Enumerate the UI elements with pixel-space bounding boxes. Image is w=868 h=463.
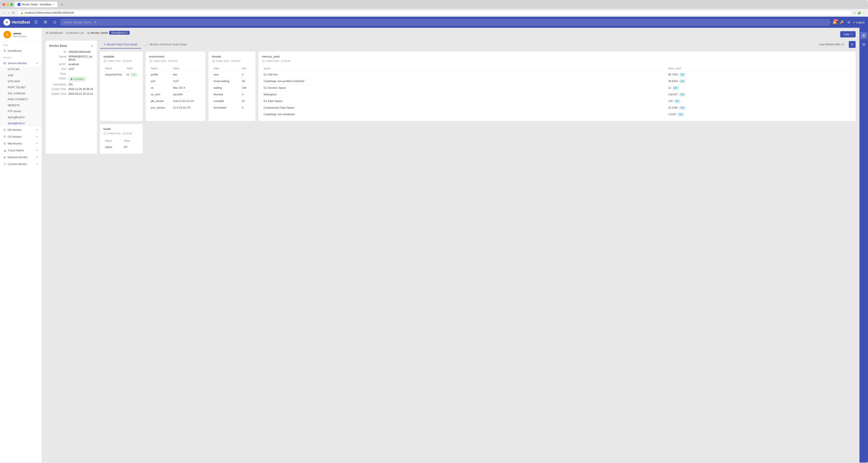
cell-state: runnable	[212, 98, 240, 105]
cell-size: 46	[240, 78, 252, 85]
metric-table-environment: Name Value profiledev port1157 osMac OS …	[149, 66, 202, 111]
notification-button[interactable]: 🔔 99+	[832, 20, 837, 25]
sidebar-sub-item-website[interactable]: WEBSITE	[0, 103, 42, 108]
tab-close-button[interactable]: ✕	[53, 3, 55, 6]
cell-size: 0	[240, 71, 252, 78]
sidebar-item-cloud-native[interactable]: ☁ Cloud Native ▼	[0, 147, 42, 154]
browser-tab[interactable]: Monitor Detail - HertzBeat ✕	[14, 2, 58, 7]
forward-button[interactable]: ›	[7, 10, 10, 16]
mb-badge: MB	[673, 86, 679, 90]
cell-mem: 39.9254 MB	[666, 78, 852, 85]
refresh-button[interactable]: ↻	[849, 41, 856, 48]
address-bar[interactable]: 🔒 localhost:4200/monitors/19028613606144…	[17, 10, 852, 16]
cell-value: Mac OS X	[171, 85, 202, 91]
help-button[interactable]: Help ?	[840, 31, 856, 37]
col-size: size	[240, 66, 252, 71]
col-state: state	[212, 66, 240, 71]
browser-toolbar: ‹ › ↻ 🔒 localhost:4200/monitors/19028613…	[0, 9, 868, 17]
sidebar-item-mid-monitor[interactable]: ⊟ Mid Monitor ▼	[0, 140, 42, 147]
tab-realtime[interactable]: ≡ Monitor Real-Time Detail	[100, 40, 141, 49]
extensions-button[interactable]: 🧩	[858, 11, 861, 15]
reload-button[interactable]: ↻	[11, 10, 16, 16]
tab-realtime-icon: ≡	[104, 43, 105, 46]
sidebar-sub-item-sitemap[interactable]: SITE MAP	[0, 79, 42, 84]
sidebar-item-service-monitor[interactable]: ⊟ Service Monitor ▲	[0, 60, 42, 66]
maximize-dot[interactable]	[10, 3, 13, 6]
settings-button[interactable]: ⚙	[846, 20, 851, 25]
col-name-health: Name	[103, 138, 122, 144]
monitor-basic-header: Monitor Basic ⚙	[49, 44, 94, 48]
right-panel-settings-button[interactable]: ⚙	[860, 32, 867, 39]
back-button[interactable]: ‹	[3, 10, 5, 16]
tab-bar: ≡ Monitor Real-Time Detail 📈 Monitor His…	[100, 40, 856, 49]
sidebar-sub-item-ping[interactable]: PING CONNECT	[0, 96, 42, 103]
sidebar-item-custom-monitor[interactable]: ⊙ Custom Monitor ▼	[0, 161, 42, 167]
table-row: port1157	[149, 78, 202, 85]
cell-value: 1157	[171, 78, 202, 85]
tab-historical[interactable]: 📈 Monitor Historical Chart Detail	[141, 40, 190, 49]
sidebar-item-label: DB Monitor	[8, 128, 22, 132]
cell-space: CodeHeap 'non-profiled nmethods'	[262, 78, 666, 85]
cell-space: G1 Eden Space	[262, 98, 666, 105]
github-button[interactable]: ⌘	[42, 19, 49, 25]
os-monitor-icon: ⊟	[3, 135, 6, 138]
metric-title-threads: threads	[212, 55, 252, 58]
monitor-basic-settings-icon[interactable]: ⚙	[91, 44, 94, 48]
breadcrumb-dashboard[interactable]: ⊞ DashBoard	[46, 31, 63, 34]
sidebar-sub-item-ssl[interactable]: SSL Certificate	[0, 90, 42, 96]
metric-title-health: health	[103, 127, 139, 131]
docs-button[interactable]: G	[52, 19, 58, 25]
home-icon: ⊞	[46, 31, 48, 34]
field-label-host: HOST	[49, 63, 66, 66]
tab-title: Monitor Detail - HertzBeat	[22, 3, 51, 6]
sidebar-item-db-monitor[interactable]: ⊟ DB Monitor ▼	[0, 126, 42, 133]
sidebar-sub-item-jvm[interactable]: JVM	[0, 73, 42, 79]
field-value-host: localhost	[68, 63, 94, 66]
sidebar-item-dashboard[interactable]: ⊞ DashBoard	[0, 47, 42, 54]
collect-time-value4: Collect Time：10:16:29	[266, 59, 290, 63]
monitor-basic-card: Monitor Basic ⚙ ID 190286136061440 Name …	[46, 40, 97, 154]
status-text: Available	[73, 78, 84, 81]
sidebar-sub-item-springboot3[interactable]: SpringBoot3.0	[0, 114, 42, 120]
field-value-update-time: 2023-03-21 22:13:11	[68, 92, 94, 95]
sidebar-item-os-monitor[interactable]: ⊟ OS Monitor ▼	[0, 133, 42, 140]
cell-name: os	[149, 85, 171, 91]
cell-name: profile	[149, 71, 171, 78]
sidebar-item-label: Cloud Native	[8, 149, 24, 152]
table-row: terminated0	[212, 105, 252, 111]
sidebar-sub-item-springboot2[interactable]: SpringBoot2.0	[0, 120, 42, 126]
right-panel-tool-button[interactable]: ⚒	[862, 42, 865, 47]
browser-actions: ☆ 🧩 ⋮	[854, 11, 865, 15]
lock-button[interactable]: 🔑	[839, 20, 845, 25]
cell-value: Zulu11.52+13-CA	[171, 98, 202, 105]
search-input[interactable]	[61, 19, 830, 25]
minimize-dot[interactable]	[6, 3, 9, 6]
cell-name: jvm_version	[149, 105, 171, 111]
sidebar-sub-item-ftp[interactable]: FTP Server	[0, 108, 42, 114]
field-label-update-time: Update Time	[49, 92, 66, 95]
sidebar-sub-item-http-api[interactable]: HTTP API	[0, 66, 42, 73]
cell-size: 0	[240, 105, 252, 111]
cell-value: 11.0.13+8-LTS	[171, 105, 202, 111]
new-tab-button[interactable]: +	[59, 2, 65, 7]
cell-space: CodeHeap 'non-nmethods'	[262, 111, 666, 118]
sidebar-item-network-monitor[interactable]: ◈ Network Monitor ▼	[0, 154, 42, 161]
metric-title-environment: environment	[149, 55, 202, 58]
col-value: Value	[125, 66, 139, 71]
monitor-field-status: Status Available	[49, 77, 94, 81]
collect-time-value5: Collect Time：10:16:30	[107, 132, 132, 135]
table-row: waiting104	[212, 85, 252, 91]
logout-button[interactable]: ↩ Logout	[853, 21, 865, 24]
table-row: profiledev	[149, 71, 202, 78]
cell-mem: 118.637 MB	[666, 91, 852, 98]
menu-toggle-button[interactable]: ☰	[32, 19, 39, 25]
cell-mem: 15.2382 MB	[666, 105, 852, 111]
chevron-down-icon4: ▼	[36, 149, 38, 151]
close-dot[interactable]	[3, 3, 5, 6]
content-inner: Monitor Basic ⚙ ID 190286136061440 Name …	[46, 40, 856, 154]
bookmark-button[interactable]: ☆	[854, 11, 856, 15]
menu-button[interactable]: ⋮	[863, 11, 865, 15]
sidebar-sub-item-port-telnet[interactable]: PORT TELNET	[0, 84, 42, 90]
breadcrumb-monitor-list[interactable]: ⊟ Monitor List	[66, 31, 84, 34]
table-row: responseTime 12 ms	[103, 71, 139, 78]
